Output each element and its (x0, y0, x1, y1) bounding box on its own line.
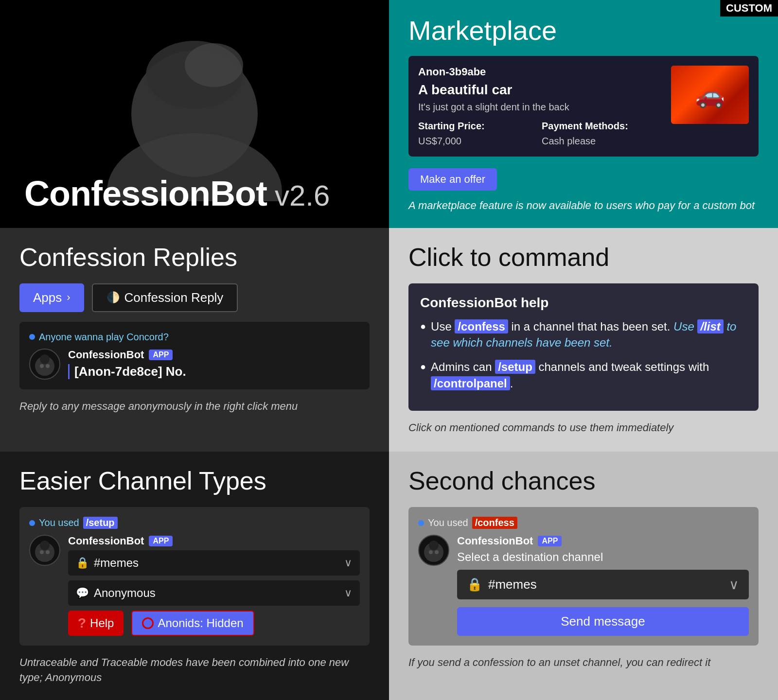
memes-dropdown-left: 🔒 #memes (76, 556, 139, 570)
make-offer-button[interactable]: Make an offer (408, 168, 497, 191)
marketplace-card: Anon-3b9abe A beautiful car It's just go… (408, 56, 759, 157)
dest-dropdown-label: #memes (488, 577, 537, 592)
help-question-mark: ? (78, 615, 86, 631)
apps-button-label: Apps (33, 290, 62, 305)
cmd-use-list-text: Use (673, 320, 697, 333)
bot-avatar-svg (32, 351, 57, 377)
command-note: Click on mentioned commands to use them … (408, 420, 759, 436)
svg-point-14 (429, 550, 433, 554)
hero-title: ConfessionBot v2.6 (24, 174, 330, 213)
hero-name-text: ConfessionBot (24, 174, 267, 213)
svg-point-6 (40, 364, 44, 368)
dest-dropdown[interactable]: 🔒 #memes ∨ (457, 570, 749, 599)
cmd-in-channel-text: in a channel that has been set. (508, 320, 673, 333)
confession-replies-section: Confession Replies Apps › 🌓 Confession R… (0, 228, 389, 452)
dest-dropdown-left: 🔒 #memes (467, 577, 537, 592)
confession-reply-label: Confession Reply (124, 290, 224, 305)
channel-author: ConfessionBot (68, 535, 144, 547)
command-item-2-text: Admins can /setup channels and tweak set… (431, 359, 747, 391)
second-author: ConfessionBot (457, 535, 533, 547)
help-row: ? Help Anonids: Hidden (68, 611, 360, 636)
anonids-label: Anonids: Hidden (158, 616, 243, 630)
command-section: Click to command ConfessionBot help ● Us… (389, 228, 778, 452)
second-chances-section: Second chances You used /confess Confess… (389, 452, 778, 700)
app-badge: APP (149, 350, 173, 360)
svg-point-10 (40, 550, 44, 554)
period-text: . (510, 377, 513, 390)
anonids-button[interactable]: Anonids: Hidden (131, 611, 254, 636)
notif-dot-3 (418, 520, 424, 526)
card-title: A beautiful car (418, 82, 661, 98)
chat-message: ConfessionBot APP [Anon-7de8ce] No. (29, 349, 360, 380)
channel-author-row: ConfessionBot APP (68, 535, 360, 547)
send-message-button[interactable]: Send message (457, 607, 749, 636)
dest-chevron-icon: ∨ (729, 577, 739, 593)
svg-point-5 (40, 354, 50, 364)
channel-section: Easier Channel Types You used /setup Con… (0, 452, 389, 700)
channel-bot-avatar (29, 535, 60, 566)
confession-chat-box: Anyone wanna play Concord? ConfessionBot… (19, 322, 370, 389)
chevron-right-icon: › (67, 291, 70, 304)
chat-author-row: ConfessionBot APP (68, 349, 360, 361)
car-image-placeholder (671, 66, 749, 124)
notification-dot (29, 334, 35, 340)
channel-app-badge: APP (149, 536, 173, 546)
confession-reply-button[interactable]: 🌓 Confession Reply (92, 283, 238, 312)
notif-dot-2 (29, 520, 35, 526)
list-command[interactable]: /list (697, 319, 723, 333)
controlpanel-command[interactable]: /controlpanel (431, 376, 510, 390)
price-value: US$7,000 (418, 136, 538, 147)
anonymous-dropdown-label: Anonymous (94, 586, 156, 600)
button-row: Apps › 🌓 Confession Reply (19, 283, 370, 312)
memes-dropdown[interactable]: 🔒 #memes ∨ (68, 550, 360, 576)
card-description: It's just got a slight dent in the back (418, 102, 661, 113)
dest-lock-icon: 🔒 (467, 577, 482, 592)
setup-notification-pre: You used (39, 517, 79, 528)
second-note: If you send a confession to an unset cha… (408, 655, 759, 670)
price-label: Starting Price: (418, 121, 538, 132)
apps-button[interactable]: Apps › (19, 283, 84, 312)
hero-version-text: v2.6 (275, 179, 330, 212)
setup-notification-cmd: /setup (83, 517, 118, 529)
svg-point-7 (46, 364, 50, 368)
chat-icon: 💬 (76, 587, 89, 599)
second-chat-message: ConfessionBot APP Select a destination c… (418, 535, 749, 636)
chat-notification: Anyone wanna play Concord? (29, 332, 360, 343)
anonids-circle-icon (142, 617, 154, 629)
marketplace-title: Marketplace (408, 15, 759, 46)
setup-notification: You used /setup (29, 517, 360, 529)
bot-avatar (29, 349, 60, 380)
second-chat-box: You used /confess ConfessionBot APP Sele… (408, 507, 759, 646)
channel-chat-box: You used /setup ConfessionBot APP (19, 507, 370, 646)
second-chat-content: ConfessionBot APP Select a destination c… (457, 535, 749, 636)
chevron-down-icon-1: ∨ (344, 557, 352, 569)
payment-label: Payment Methods: (542, 121, 661, 132)
card-user: Anon-3b9abe (418, 66, 661, 78)
anonymous-dropdown[interactable]: 💬 Anonymous ∨ (68, 580, 360, 606)
command-item-1-text: Use /confess in a channel that has been … (431, 318, 747, 351)
channel-bot-avatar-svg (32, 538, 57, 563)
svg-point-11 (46, 550, 50, 554)
car-image (671, 66, 749, 124)
anonymous-dropdown-left: 💬 Anonymous (76, 586, 156, 600)
command-item-2: ● Admins can /setup channels and tweak s… (420, 359, 747, 391)
confess-command[interactable]: /confess (455, 319, 508, 333)
channel-chat-message: ConfessionBot APP 🔒 #memes ∨ 💬 Anonymous (29, 535, 360, 636)
confess-notification-cmd: /confess (472, 517, 517, 529)
confession-replies-title: Confession Replies (19, 243, 370, 272)
confession-replies-note: Reply to any message anonymously in the … (19, 399, 370, 414)
chat-text: [Anon-7de8ce] No. (68, 364, 360, 379)
chat-content: ConfessionBot APP [Anon-7de8ce] No. (68, 349, 360, 379)
command-box: ConfessionBot help ● Use /confess in a c… (408, 283, 759, 411)
admins-can-text: Admins can (431, 360, 495, 373)
help-button[interactable]: ? Help (68, 611, 124, 636)
notification-text: Anyone wanna play Concord? (39, 332, 169, 343)
confess-notification-pre: You used (428, 517, 468, 528)
command-box-title: ConfessionBot help (420, 295, 747, 311)
bullet-1: ● (420, 319, 426, 333)
second-bot-avatar-svg (421, 538, 446, 563)
marketplace-card-content: Anon-3b9abe A beautiful car It's just go… (418, 66, 661, 147)
second-bot-avatar (418, 535, 449, 566)
setup-command[interactable]: /setup (495, 360, 535, 374)
marketplace-section: CUSTOM Marketplace Anon-3b9abe A beautif… (389, 0, 778, 228)
